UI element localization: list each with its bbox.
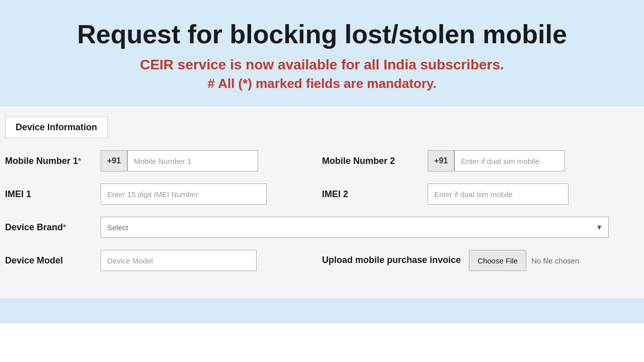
device-model-upload-row: Device Model Upload mobile purchase invo… [5, 250, 629, 271]
mobile2-country-code: +91 [428, 150, 454, 171]
device-info-label: Device Information [16, 122, 97, 132]
mobile1-input[interactable] [127, 150, 258, 171]
mobile2-input-group: +91 [428, 150, 565, 171]
file-input-wrapper: Choose File No file chosen [469, 250, 579, 271]
device-brand-row: Device Brand* Select Samsung Apple Xiaom… [5, 217, 629, 238]
imei1-label: IMEI 1 [5, 189, 96, 200]
mobile1-group: Mobile Number 1* +91 [5, 150, 312, 171]
mobile-number-row: Mobile Number 1* +91 Mobile Number 2 +91 [5, 150, 629, 171]
device-model-label: Device Model [5, 255, 96, 266]
upload-group: Upload mobile purchase invoice Choose Fi… [312, 250, 629, 271]
device-brand-required: * [63, 223, 66, 232]
mandatory-line: # All (*) marked fields are mandatory. [10, 76, 634, 92]
device-model-group: Device Model [5, 250, 312, 271]
mobile1-input-group: +91 [101, 150, 258, 171]
imei1-input[interactable] [101, 184, 267, 205]
imei2-label: IMEI 2 [322, 189, 423, 200]
choose-file-button[interactable]: Choose File [469, 250, 526, 271]
device-model-input[interactable] [101, 250, 257, 271]
mobile1-country-code: +91 [101, 150, 127, 171]
mobile2-input[interactable] [454, 150, 565, 171]
footer-section [0, 298, 644, 323]
subtitle-line-1: CEIR service is now available for all In… [10, 57, 634, 73]
no-file-chosen-label: No file chosen [531, 256, 579, 265]
imei-row: IMEI 1 IMEI 2 [5, 184, 629, 205]
page-title: Request for blocking lost/stolen mobile [10, 20, 634, 49]
device-brand-select[interactable]: Select Samsung Apple Xiaomi OnePlus Oppo… [101, 217, 609, 238]
imei1-group: IMEI 1 [5, 184, 312, 205]
upload-label: Upload mobile purchase invoice [322, 254, 461, 266]
mobile2-label: Mobile Number 2 [322, 156, 423, 166]
imei2-group: IMEI 2 [312, 184, 629, 205]
mobile1-label: Mobile Number 1* [5, 156, 96, 166]
form-section: Device Information Mobile Number 1* +91 … [0, 107, 644, 298]
mobile1-required: * [78, 157, 81, 165]
imei2-input[interactable] [428, 184, 569, 205]
device-brand-select-wrapper: Select Samsung Apple Xiaomi OnePlus Oppo… [101, 217, 609, 238]
mobile2-group: Mobile Number 2 +91 [312, 150, 629, 171]
device-info-header: Device Information [5, 117, 108, 138]
header-section: Request for blocking lost/stolen mobile … [0, 0, 644, 107]
device-brand-label: Device Brand* [5, 222, 96, 233]
